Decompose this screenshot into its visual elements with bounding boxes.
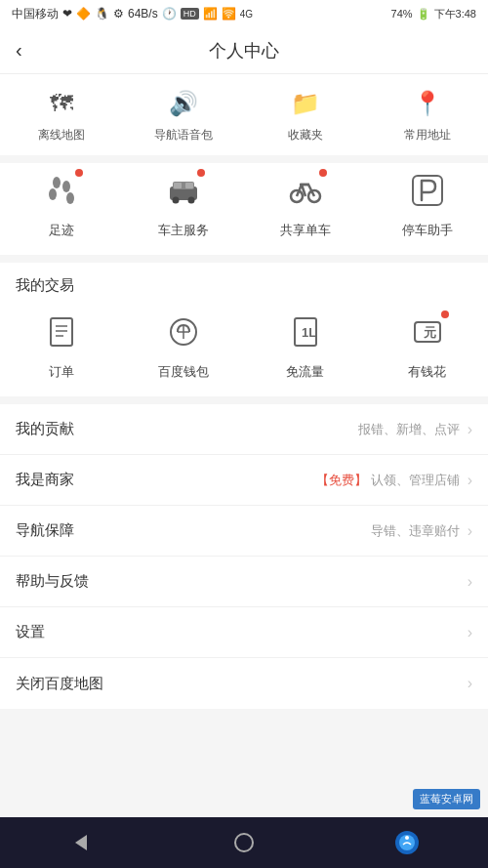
favorites-icon: 📁 (288, 86, 323, 121)
menu-list: 我的贡献 报错、新增、点评 › 我是商家 【免费】 认领、管理店铺 › 导航保障… (0, 404, 488, 709)
transaction-section: 我的交易 订单 百度钱包 (0, 263, 488, 396)
wifi-icon: 🛜 (222, 7, 236, 21)
nav-protection-right-text: 导错、违章赔付 (371, 522, 460, 540)
merchant-free-badge: 【免费】 (316, 472, 367, 489)
service-bike[interactable]: 共享单车 (244, 167, 366, 239)
youqianhua-red-dot (441, 310, 449, 318)
footprint-red-dot (75, 169, 83, 177)
car-service-icon (160, 167, 207, 214)
hd-badge: HD (181, 8, 199, 20)
nav-item-favorites[interactable]: 📁 收藏夹 (244, 86, 366, 144)
home-hardware-button[interactable] (223, 821, 265, 864)
svg-rect-15 (51, 318, 72, 346)
parking-label: 停车助手 (402, 222, 453, 239)
services-grid: 足迹 车主服务 (0, 163, 488, 255)
help-right: › (464, 573, 472, 591)
help-label: 帮助与反馈 (16, 572, 464, 591)
back-button[interactable]: ‹ (16, 39, 22, 62)
signal-icon: 📶 (203, 7, 218, 21)
nav-protection-arrow: › (468, 522, 472, 540)
voice-pack-icon: 🔊 (166, 86, 201, 121)
svg-point-6 (172, 197, 179, 204)
orders-icon (38, 309, 85, 355)
traffic-label: 免流量 (286, 363, 324, 381)
watermark: 蓝莓安卓网 (413, 789, 480, 809)
taobao-icon: 🔶 (76, 7, 91, 21)
menu-item-help[interactable]: 帮助与反馈 › (0, 557, 488, 607)
svg-point-1 (62, 181, 70, 192)
menu-item-close-map[interactable]: 关闭百度地图 › (0, 658, 488, 709)
svg-text:1L: 1L (302, 325, 316, 340)
status-bar: 中国移动 ❤ 🔶 🐧 ⚙ 64B/s 🕐 HD 📶 🛜 4G 74% 🔋 下午3… (0, 0, 488, 27)
bike-icon (282, 167, 329, 214)
youqianhua-icon: 元 (404, 309, 451, 355)
help-arrow: › (468, 573, 472, 591)
offline-map-icon: 🗺 (44, 86, 79, 121)
4g-icon: 4G (240, 9, 253, 20)
service-footprint[interactable]: 足迹 (0, 167, 122, 239)
svg-point-27 (235, 834, 253, 851)
back-hardware-button[interactable] (60, 821, 102, 864)
nav-item-voice-pack[interactable]: 🔊 导航语音包 (122, 86, 244, 144)
nav-item-offline-map[interactable]: 🗺 离线地图 (0, 86, 122, 144)
qq-icon: 🐧 (95, 7, 109, 21)
transaction-orders[interactable]: 订单 (0, 309, 122, 381)
service-car[interactable]: 车主服务 (122, 167, 244, 239)
transaction-grid: 订单 百度钱包 1L 免流量 (0, 305, 488, 396)
service-parking[interactable]: 停车助手 (366, 167, 488, 239)
svg-rect-8 (174, 183, 182, 188)
battery-icon: 🔋 (417, 8, 430, 21)
transaction-traffic[interactable]: 1L 免流量 (244, 309, 366, 381)
heart-icon: ❤ (62, 7, 72, 21)
merchant-right: 【免费】 认领、管理店铺 › (316, 472, 472, 489)
merchant-arrow: › (468, 472, 472, 489)
svg-point-7 (187, 197, 194, 204)
footprint-label: 足迹 (49, 222, 74, 239)
common-address-label: 常用地址 (404, 127, 451, 144)
nav-protection-right: 导错、违章赔付 › (371, 522, 472, 540)
car-service-label: 车主服务 (158, 222, 209, 239)
close-map-label: 关闭百度地图 (16, 675, 464, 693)
menu-item-settings[interactable]: 设置 › (0, 607, 488, 658)
wallet-icon (160, 309, 207, 355)
bottom-nav (0, 817, 488, 868)
footprint-icon (38, 167, 85, 214)
bike-label: 共享单车 (280, 222, 331, 239)
nav-item-common-address[interactable]: 📍 常用地址 (366, 86, 488, 144)
wallet-label: 百度钱包 (158, 363, 209, 381)
carrier: 中国移动 (12, 6, 59, 22)
svg-marker-26 (75, 835, 87, 850)
svg-rect-9 (185, 183, 193, 188)
offline-map-label: 离线地图 (38, 127, 85, 144)
transaction-title: 我的交易 (0, 263, 488, 305)
traffic-icon: 1L (282, 309, 329, 355)
svg-point-2 (49, 188, 57, 200)
menu-item-merchant[interactable]: 我是商家 【免费】 认领、管理店铺 › (0, 455, 488, 506)
merchant-right-text: 认领、管理店铺 (371, 472, 460, 489)
svg-point-0 (53, 177, 61, 188)
voice-pack-label: 导航语音包 (154, 127, 213, 144)
youqianhua-label: 有钱花 (408, 363, 446, 381)
app-switch-button[interactable] (386, 821, 428, 864)
transaction-wallet[interactable]: 百度钱包 (122, 309, 244, 381)
watermark-text: 蓝莓安卓网 (420, 793, 473, 805)
svg-point-3 (66, 192, 74, 204)
menu-item-contribution[interactable]: 我的贡献 报错、新增、点评 › (0, 404, 488, 455)
merchant-label: 我是商家 (16, 471, 316, 489)
menu-item-nav-protection[interactable]: 导航保障 导错、违章赔付 › (0, 506, 488, 557)
transaction-youqianhua[interactable]: 元 有钱花 (366, 309, 488, 381)
services-section: 足迹 车主服务 (0, 163, 488, 255)
clock-icon: 🕐 (162, 7, 177, 21)
bike-red-dot (319, 169, 327, 177)
contribution-arrow: › (468, 421, 472, 438)
settings-right: › (464, 624, 472, 641)
car-red-dot (197, 169, 205, 177)
common-address-icon: 📍 (410, 86, 445, 121)
header: ‹ 个人中心 (0, 27, 488, 74)
close-map-arrow: › (468, 675, 472, 692)
nav-row: 🗺 离线地图 🔊 导航语音包 📁 收藏夹 📍 常用地址 (0, 74, 488, 155)
settings-label: 设置 (16, 623, 464, 641)
orders-label: 订单 (49, 363, 74, 381)
time-display: 下午3:48 (434, 7, 476, 21)
nav-protection-label: 导航保障 (16, 521, 371, 540)
